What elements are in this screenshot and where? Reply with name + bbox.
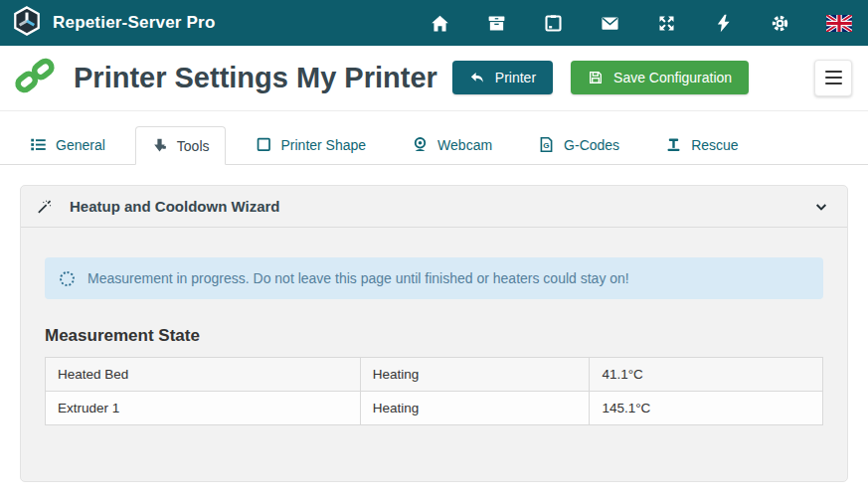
printer-back-button[interactable]: Printer xyxy=(452,61,553,94)
brand[interactable]: Repetier-Server Pro xyxy=(12,6,215,40)
envelope-icon[interactable] xyxy=(600,13,620,34)
hamburger-menu-button[interactable] xyxy=(814,60,852,96)
heatup-wizard-panel: Heatup and Cooldown Wizard Measurement i… xyxy=(20,185,848,482)
tab-label: Webcam xyxy=(437,137,492,153)
save-configuration-button[interactable]: Save Configuration xyxy=(571,61,749,94)
tab-label: Rescue xyxy=(691,137,738,153)
floppy-disk-icon xyxy=(588,70,604,85)
tab-label: Tools xyxy=(177,138,210,154)
status-cell: Heating xyxy=(360,392,590,425)
top-navbar: Repetier-Server Pro xyxy=(0,0,868,46)
spinner-icon xyxy=(60,271,75,286)
tab-printer-shape[interactable]: Printer Shape xyxy=(240,125,383,164)
measurement-state-table: Heated Bed Heating 41.1°C Extruder 1 Hea… xyxy=(45,357,823,425)
measurement-state-heading: Measurement State xyxy=(45,326,823,346)
uk-flag-icon[interactable] xyxy=(826,15,852,32)
box-icon[interactable] xyxy=(486,13,507,34)
tab-general[interactable]: General xyxy=(14,125,121,164)
expand-arrows-icon[interactable] xyxy=(656,13,677,34)
page-title: Printer Settings My Printer xyxy=(74,62,437,94)
tab-tools[interactable]: Tools xyxy=(135,126,226,165)
home-icon[interactable] xyxy=(430,13,450,34)
printer-button-label: Printer xyxy=(495,70,536,85)
tab-rescue[interactable]: Rescue xyxy=(649,125,754,164)
page-header: Printer Settings My Printer Printer Save… xyxy=(0,46,868,111)
reply-arrow-icon xyxy=(469,70,485,85)
lightning-icon[interactable] xyxy=(713,13,734,34)
temperature-cell: 41.1°C xyxy=(590,358,823,392)
table-row: Extruder 1 Heating 145.1°C xyxy=(46,392,823,425)
status-cell: Heating xyxy=(360,358,590,392)
alert-text: Measurement in progress. Do not leave th… xyxy=(87,270,629,286)
table-row: Heated Bed Heating 41.1°C xyxy=(46,358,823,392)
device-cell: Heated Bed xyxy=(46,358,361,392)
printer-icon[interactable] xyxy=(543,13,564,34)
settings-tabs: General Tools Printer Shape Webcam G G-C… xyxy=(0,125,868,165)
app-title: Repetier-Server Pro xyxy=(53,13,215,33)
piston-icon xyxy=(665,136,682,153)
temperature-cell: 145.1°C xyxy=(590,392,823,425)
panel-header[interactable]: Heatup and Cooldown Wizard xyxy=(21,186,847,228)
webcam-icon xyxy=(412,136,429,153)
gear-icon[interactable] xyxy=(770,13,790,34)
save-button-label: Save Configuration xyxy=(613,70,732,85)
svg-text:G: G xyxy=(543,141,549,150)
tab-label: General xyxy=(56,137,105,153)
tab-gcodes[interactable]: G G-Codes xyxy=(522,125,635,164)
magic-wand-icon xyxy=(36,198,53,215)
extruder-icon xyxy=(151,137,168,154)
panel-title: Heatup and Cooldown Wizard xyxy=(70,198,280,215)
device-cell: Extruder 1 xyxy=(46,392,361,425)
app-logo-icon xyxy=(12,6,42,40)
chevron-down-icon[interactable] xyxy=(813,199,829,215)
panel-body: Measurement in progress. Do not leave th… xyxy=(21,228,847,425)
tab-webcam[interactable]: Webcam xyxy=(396,125,508,164)
chain-link-icon xyxy=(12,55,58,100)
navbar-icons xyxy=(430,13,852,34)
square-icon xyxy=(256,136,272,153)
tab-label: G-Codes xyxy=(564,137,619,153)
gcode-file-icon: G xyxy=(538,136,555,153)
list-icon xyxy=(30,136,47,153)
tab-label: Printer Shape xyxy=(281,137,367,153)
measurement-progress-alert: Measurement in progress. Do not leave th… xyxy=(45,257,823,299)
